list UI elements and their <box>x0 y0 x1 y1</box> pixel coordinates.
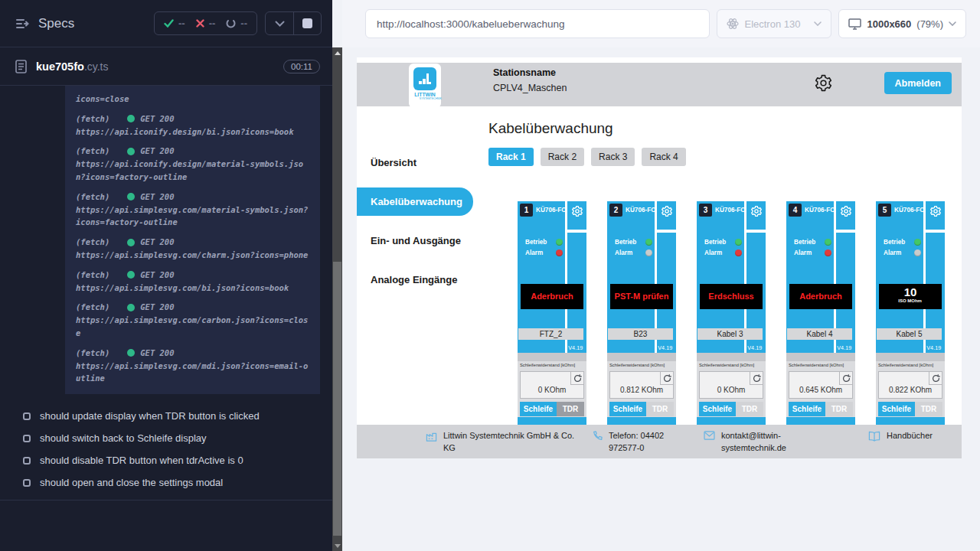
resistance-value: 0.822 KOhm <box>879 386 942 394</box>
resistance-value: 0 KOhm <box>700 386 763 394</box>
request-url: https://api.simplesvg.com/mdi.json?icons… <box>76 360 309 386</box>
alarm-led <box>556 249 563 256</box>
resistance-value-box: 0 KOhm <box>520 371 584 399</box>
device-settings-icon[interactable] <box>929 205 942 217</box>
cable-name: B23 <box>608 328 673 340</box>
logout-button[interactable]: Abmelden <box>884 72 952 94</box>
schleife-button[interactable]: Schleife <box>609 402 646 416</box>
firmware-version: V4.19 <box>926 344 941 350</box>
tab-rack-3[interactable]: Rack 3 <box>591 148 635 166</box>
test-item[interactable]: should switch back to Schleife display <box>0 427 332 449</box>
test-item[interactable]: should disable TDR button when tdrActive… <box>0 449 332 471</box>
settings-gear-icon[interactable] <box>814 73 833 93</box>
log-entry[interactable]: (fetch) GET 200 https://api.simplesvg.co… <box>76 236 309 262</box>
footer-phone[interactable]: Telefon: 04402 972577-0 <box>592 430 687 455</box>
schleife-button[interactable]: Schleife <box>699 402 736 416</box>
divider <box>0 500 332 500</box>
app-sidebar: Übersicht Kabelüberwachung Ein- und Ausg… <box>357 106 473 425</box>
log-entry[interactable]: (fetch) GET 200 https://api.simplesvg.co… <box>76 301 309 339</box>
browser-select[interactable]: Electron 130 <box>717 9 831 38</box>
device-settings-icon[interactable] <box>840 205 852 217</box>
sidebar-item-uebersicht[interactable]: Übersicht <box>357 148 473 177</box>
schleife-button[interactable]: Schleife <box>789 402 825 416</box>
resistance-value-box: 0.822 KOhm <box>878 371 942 399</box>
collapse-button[interactable] <box>266 12 293 34</box>
url-input[interactable] <box>365 9 710 38</box>
status-dot-icon <box>127 115 135 122</box>
specs-menu-icon[interactable] <box>15 18 29 30</box>
browser-pane: Electron 130 1000x660 (79%) LITTWIN SYST… <box>342 0 980 551</box>
test-item[interactable]: should open and close the settings modal <box>0 471 332 494</box>
refresh-icon[interactable] <box>660 372 673 385</box>
test-title: should update display when TDR button is… <box>40 410 260 422</box>
station-info: Stationsname CPLV4_Maschen <box>493 67 567 93</box>
resistance-value-box: 0 KOhm <box>699 371 763 399</box>
refresh-icon[interactable] <box>570 372 583 385</box>
footer-manuals[interactable]: Handbücher <box>868 430 933 442</box>
betrieb-label: Betrieb <box>794 238 815 245</box>
device-module: 3 KÜ706-FO Betrieb Alarm <box>697 201 766 353</box>
page-title: Kabelüberwachung <box>488 120 613 137</box>
device-display: Aderbruch <box>521 284 583 309</box>
schleife-button[interactable]: Schleife <box>520 402 557 416</box>
fetch-label: (fetch) <box>76 301 109 314</box>
spec-row[interactable]: kue705fo.cy.ts 00:11 <box>0 47 332 86</box>
display-text: PST-M prüfen <box>615 292 669 301</box>
log-entry[interactable]: (fetch) GET 200 https://api.iconify.desi… <box>76 145 309 183</box>
device-model: KÜ706-FO <box>536 207 567 214</box>
sidebar-item-analoge-eingaenge[interactable]: Analoge Eingänge <box>357 266 473 294</box>
log-entry[interactable]: (fetch) GET 200 https://api.simplesvg.co… <box>76 269 309 295</box>
footer-email[interactable]: kontakt@littwin-systemtechnik.de <box>704 430 807 455</box>
status-dot-icon <box>127 239 135 246</box>
test-stats[interactable]: -- -- -- <box>154 11 257 35</box>
device-settings-icon[interactable] <box>571 205 583 217</box>
scrollbar-thumb[interactable] <box>333 262 341 536</box>
alarm-led <box>914 249 921 256</box>
refresh-icon[interactable] <box>750 372 763 385</box>
tab-rack-2[interactable]: Rack 2 <box>541 148 584 166</box>
refresh-icon[interactable] <box>839 372 852 385</box>
reporter-scrollbar[interactable] <box>332 47 342 551</box>
resistance-value-box: 0.812 KOhm <box>609 371 674 399</box>
tdr-button[interactable]: TDR <box>915 402 942 416</box>
viewport-select[interactable]: 1000x660 (79%) <box>838 9 966 38</box>
test-item[interactable]: should update display when TDR button is… <box>0 405 332 427</box>
tdr-button[interactable]: TDR <box>825 402 853 416</box>
device-settings-icon[interactable] <box>661 205 673 217</box>
divider <box>876 353 945 361</box>
book-icon <box>868 431 880 442</box>
sidebar-item-ein-und-ausgaenge[interactable]: Ein- und Ausgänge <box>357 227 473 255</box>
stop-button[interactable] <box>293 12 321 34</box>
request-url: https://api.simplesvg.com/carbon.json?ic… <box>76 314 309 340</box>
tab-rack-1[interactable]: Rack 1 <box>488 148 534 166</box>
scroll-down-arrow[interactable] <box>332 540 342 551</box>
email-address: kontakt@littwin-systemtechnik.de <box>721 430 807 455</box>
slot-number: 2 <box>609 204 622 217</box>
tdr-button[interactable]: TDR <box>557 402 584 416</box>
sidebar-item-kabelueberwachung[interactable]: Kabelüberwachung <box>357 187 473 216</box>
status-leds: Betrieb Alarm <box>884 236 921 258</box>
status-leds: Betrieb Alarm <box>615 236 652 258</box>
tdr-button[interactable]: TDR <box>646 402 674 416</box>
test-list: should update display when TDR button is… <box>0 405 332 494</box>
refresh-icon[interactable] <box>929 372 942 385</box>
footer-company: Littwin Systemtechnik GmbH & Co. KG <box>426 430 575 455</box>
test-state-icon <box>23 479 31 487</box>
schleife-button[interactable]: Schleife <box>878 402 915 416</box>
log-entry[interactable]: (fetch) GET 200 https://api.iconify.desi… <box>76 112 309 139</box>
device-settings-icon[interactable] <box>750 205 763 217</box>
status-text: GET 200 <box>140 112 174 126</box>
reporter-header: Specs -- -- -- <box>0 0 332 47</box>
viewport-zoom: (79%) <box>916 18 943 30</box>
log-entry[interactable]: (fetch) GET 200 https://api.simplesvg.co… <box>76 347 309 385</box>
device-model: KÜ706-FO <box>894 207 925 214</box>
scroll-up-arrow[interactable] <box>332 47 342 58</box>
tab-rack-4[interactable]: Rack 4 <box>642 148 685 166</box>
alarm-led <box>645 249 652 256</box>
device-model: KÜ706-FO <box>805 207 835 214</box>
littwin-logo: LITTWIN SYSTEMTECHNIK <box>409 64 441 108</box>
resistance-value: 0 KOhm <box>521 386 583 394</box>
electron-icon <box>727 18 739 30</box>
tdr-button[interactable]: TDR <box>736 402 763 416</box>
log-entry[interactable]: (fetch) GET 200 https://api.simplesvg.co… <box>76 191 309 229</box>
